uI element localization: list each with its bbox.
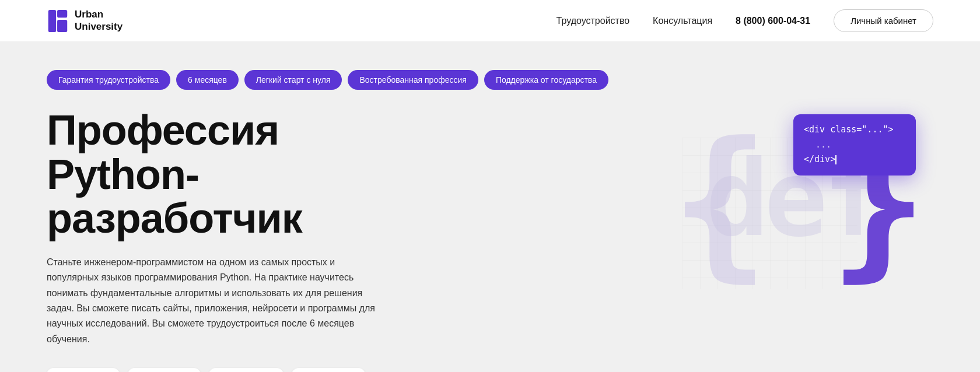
code-line-1: <div class="..."> — [804, 122, 905, 138]
nav-consultation[interactable]: Консультация — [653, 16, 712, 26]
code-line-3: </div> — [804, 152, 905, 167]
tag-support[interactable]: Поддержка от государства — [484, 70, 608, 90]
tags-row: Гарантия трудоустройства 6 месяцев Легки… — [47, 70, 933, 90]
tool-nginx: N NGINX — [292, 368, 365, 372]
hero-title: Профессия Python-разработчик — [47, 108, 432, 241]
svg-rect-2 — [57, 20, 67, 32]
hero-content: Профессия Python-разработчик Станьте инж… — [47, 108, 933, 372]
tag-start[interactable]: Легкий старт с нуля — [244, 70, 342, 90]
code-card: <div class="..."> ... </div> — [793, 114, 916, 176]
hero-left: Профессия Python-разработчик Станьте инж… — [47, 108, 432, 372]
logo-text: Urban University — [75, 9, 123, 33]
tool-python: 🐍 Python — [47, 368, 120, 372]
phone-number: 8 (800) 600-04-31 — [736, 16, 810, 26]
hero-description: Станьте инженером-программистом на одном… — [47, 255, 385, 347]
svg-rect-0 — [48, 9, 56, 31]
tools-row: 🐍 Python 🐳 Docker DB MySQL — [47, 368, 432, 372]
tag-employment[interactable]: Гарантия трудоустройства — [47, 70, 170, 90]
code-line-2: ... — [804, 138, 905, 153]
tag-profession[interactable]: Востребованная профессия — [348, 70, 478, 90]
svg-rect-1 — [57, 9, 67, 17]
header: Urban University Трудоустройство Консуль… — [0, 0, 980, 42]
logo-icon — [47, 9, 69, 33]
tool-docker: 🐳 Docker — [128, 368, 201, 372]
nav-employment[interactable]: Трудоустройство — [556, 16, 630, 26]
hero-section: Гарантия трудоустройства 6 месяцев Легки… — [0, 42, 980, 372]
logo[interactable]: Urban University — [47, 9, 123, 33]
tool-mysql: DB MySQL — [209, 368, 284, 372]
hero-illustration: { def } <div class="..."> ... </div> — [665, 103, 933, 324]
tag-months[interactable]: 6 месяцев — [176, 70, 239, 90]
main-nav: Трудоустройство Консультация 8 (800) 600… — [556, 9, 933, 32]
cabinet-button[interactable]: Личный кабинет — [834, 9, 933, 32]
